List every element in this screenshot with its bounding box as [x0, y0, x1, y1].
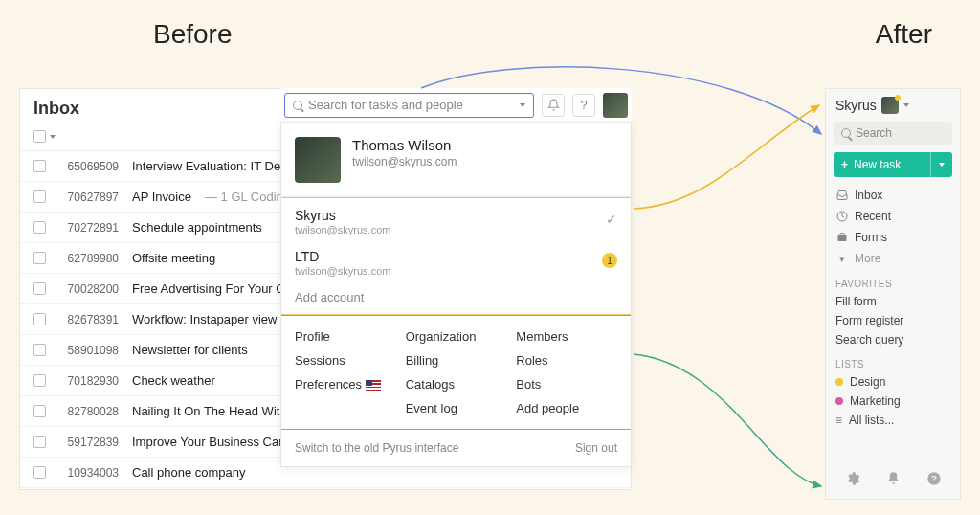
- account-name: LTD: [295, 249, 617, 264]
- task-checkbox[interactable]: [33, 313, 46, 325]
- task-id: 70272891: [59, 221, 119, 235]
- task-checkbox[interactable]: [33, 344, 46, 356]
- org-switcher[interactable]: Skyrus: [826, 89, 960, 122]
- nav-more[interactable]: ▾ More: [834, 248, 952, 269]
- account-item[interactable]: Skyrus twilson@skyrus.com ✓: [281, 198, 631, 239]
- search-placeholder: Search: [856, 126, 892, 140]
- account-item[interactable]: LTD twilson@skyrus.com 1: [281, 239, 631, 280]
- account-name: Skyrus: [295, 208, 617, 223]
- lists-heading: LISTS: [826, 349, 960, 372]
- favorites-heading: FAVORITES: [826, 269, 960, 292]
- bell-icon[interactable]: [886, 471, 901, 489]
- search-icon: [293, 101, 302, 110]
- task-title: Call phone company: [132, 465, 246, 480]
- user-email: twilson@skyrus.com: [352, 155, 457, 168]
- plus-icon: +: [834, 158, 854, 171]
- task-checkbox[interactable]: [33, 160, 46, 172]
- nav-label: Recent: [855, 210, 891, 223]
- task-id: 70627897: [59, 190, 119, 204]
- inbox-icon: [835, 190, 848, 202]
- nav-label: More: [855, 252, 880, 265]
- notification-badge: 1: [602, 253, 617, 268]
- task-id: 10934003: [59, 466, 119, 480]
- addpeople-link[interactable]: Add people: [516, 401, 579, 415]
- help-icon[interactable]: ?: [572, 94, 595, 117]
- preferences-link[interactable]: Preferences: [295, 377, 381, 392]
- eventlog-link[interactable]: Event log: [406, 401, 457, 415]
- account-dropdown: Thomas Wilson twilson@skyrus.com Skyrus …: [280, 123, 632, 467]
- search-input[interactable]: Search for tasks and people: [284, 93, 534, 118]
- task-checkbox[interactable]: [33, 374, 46, 387]
- task-checkbox[interactable]: [33, 436, 46, 448]
- nav-label: Inbox: [855, 189, 882, 202]
- task-id: 82780028: [59, 405, 119, 418]
- add-account-link[interactable]: Add account: [281, 280, 631, 314]
- task-title: Newsletter for clients: [132, 343, 248, 357]
- color-dot: [835, 397, 843, 405]
- chevron-down-icon: [939, 163, 945, 167]
- task-checkbox[interactable]: [33, 405, 46, 417]
- task-id: 58901098: [59, 344, 119, 357]
- briefcase-icon: [835, 232, 848, 244]
- task-subtitle: — 1 GL Coding: [205, 190, 290, 204]
- flag-icon: [366, 380, 381, 391]
- avatar: [881, 97, 899, 114]
- members-link[interactable]: Members: [516, 329, 568, 344]
- roles-link[interactable]: Roles: [516, 353, 547, 368]
- task-checkbox[interactable]: [33, 466, 46, 479]
- chevron-down-icon[interactable]: [520, 103, 525, 107]
- list-item[interactable]: Design: [826, 372, 960, 392]
- caret-icon: ▾: [835, 253, 848, 265]
- task-id: 70182930: [59, 374, 119, 388]
- nav-forms[interactable]: Forms: [834, 227, 952, 248]
- sidebar-footer: ?: [826, 461, 960, 499]
- profile-link[interactable]: Profile: [295, 329, 330, 344]
- nav-inbox[interactable]: Inbox: [834, 185, 952, 206]
- nav-label: Forms: [855, 231, 887, 244]
- org-name: Skyrus: [835, 98, 877, 113]
- chevron-down-icon[interactable]: [50, 135, 56, 139]
- new-task-button[interactable]: + New task: [834, 152, 952, 177]
- switch-interface-link[interactable]: Switch to the old Pyrus interface: [295, 441, 458, 455]
- check-icon: ✓: [606, 212, 617, 227]
- task-title: Offsite meeting: [132, 251, 215, 265]
- task-checkbox[interactable]: [33, 221, 46, 234]
- billing-link[interactable]: Billing: [406, 353, 439, 368]
- new-task-dropdown[interactable]: [930, 152, 952, 177]
- chevron-down-icon: [903, 103, 909, 107]
- bots-link[interactable]: Bots: [516, 377, 541, 392]
- avatar[interactable]: [603, 93, 628, 118]
- favorite-item[interactable]: Fill form: [826, 292, 960, 311]
- organization-link[interactable]: Organization: [406, 329, 477, 344]
- task-title: Schedule appointments: [132, 220, 262, 235]
- favorite-item[interactable]: Search query: [826, 330, 960, 349]
- help-icon[interactable]: ?: [926, 471, 942, 489]
- select-all-checkbox[interactable]: [33, 130, 46, 143]
- task-id: 62789980: [59, 252, 119, 265]
- task-id: 82678391: [59, 313, 119, 326]
- task-id: 65069509: [59, 160, 119, 173]
- search-input[interactable]: Search: [834, 122, 952, 145]
- gear-icon[interactable]: [845, 471, 860, 489]
- list-item[interactable]: Marketing: [826, 392, 960, 411]
- color-dot: [835, 378, 843, 386]
- all-lists-link[interactable]: ≡ All lists...: [826, 411, 960, 430]
- after-panel: Skyrus Search + New task Inbox Recent Fo…: [825, 88, 961, 500]
- favorite-item[interactable]: Form register: [826, 311, 960, 330]
- clock-icon: [835, 211, 848, 223]
- after-label: After: [876, 19, 932, 50]
- new-task-label: New task: [854, 158, 930, 171]
- topbar: Search for tasks and people ?: [280, 88, 632, 123]
- task-checkbox[interactable]: [33, 282, 46, 295]
- sessions-link[interactable]: Sessions: [295, 353, 345, 368]
- signout-link[interactable]: Sign out: [575, 441, 617, 455]
- dropdown-footer: Switch to the old Pyrus interface Sign o…: [281, 430, 631, 466]
- settings-grid: Profile Sessions Preferences Organizatio…: [281, 315, 631, 430]
- catalogs-link[interactable]: Catalogs: [406, 377, 455, 392]
- bell-icon[interactable]: [542, 94, 565, 117]
- nav-recent[interactable]: Recent: [834, 206, 952, 227]
- user-name: Thomas Wilson: [352, 137, 457, 153]
- task-checkbox[interactable]: [33, 252, 46, 264]
- task-checkbox[interactable]: [33, 190, 46, 203]
- task-id: 59172839: [59, 436, 119, 449]
